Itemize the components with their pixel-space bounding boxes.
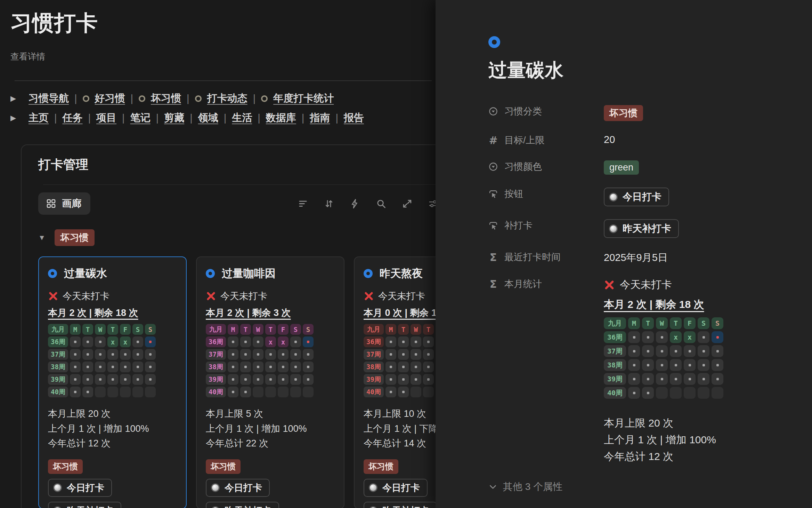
calendar-week-label: 39周	[364, 374, 384, 385]
nav-link-数据库[interactable]: 数据库	[266, 111, 296, 125]
calendar-day-header: W	[411, 324, 421, 335]
more-properties-toggle[interactable]: 其他 3 个属性	[488, 480, 791, 493]
tab-gallery[interactable]: 画廊	[38, 192, 90, 215]
checkin-button[interactable]: 昨天补打卡	[364, 502, 436, 508]
calendar-cell	[642, 373, 654, 385]
calendar-dot	[99, 353, 102, 356]
calendar-dot	[99, 378, 102, 381]
property-text-value[interactable]: 20	[604, 134, 615, 145]
toggle-down-icon[interactable]: ▼	[38, 233, 46, 242]
calendar-cell	[265, 349, 276, 360]
checkin-button[interactable]: 今日打卡	[604, 188, 669, 206]
calendar-day-header: T	[240, 324, 251, 335]
toggle-right-icon[interactable]: ▶	[10, 114, 23, 122]
property-row-3: 按钮今日打卡	[488, 185, 791, 206]
calendar-dot	[137, 378, 139, 381]
calendar-cell	[670, 387, 682, 399]
calendar-cell	[656, 373, 668, 385]
filter-icon[interactable]	[298, 198, 308, 209]
nav-link-报告[interactable]: 报告	[344, 111, 364, 125]
calendar-dot	[124, 353, 127, 356]
page-title: 习惯打卡	[10, 8, 436, 38]
calendar-cell	[303, 362, 314, 372]
property-tag[interactable]: 坏习惯	[604, 105, 643, 121]
property-value: 今天未打卡本月 2 次 | 剩余 18 次九月MTWTFSS36周xx37周38…	[604, 275, 723, 465]
button-property-icon	[488, 189, 498, 199]
calendar-cell	[70, 374, 81, 385]
checkin-button[interactable]: 昨天补打卡	[48, 502, 121, 508]
nav-link-领域[interactable]: 领域	[198, 111, 218, 125]
habit-card-2[interactable]: 昨天熬夜今天未打卡本月 0 次 | 剩余 10 次九月MTWTFSS36周37周…	[354, 256, 436, 508]
property-label[interactable]: 补打卡	[488, 217, 604, 232]
calendar-cell	[398, 362, 409, 372]
calendar-dot	[415, 341, 417, 343]
checkin-button[interactable]: 昨天补打卡	[604, 219, 679, 238]
nav-link-项目[interactable]: 项目	[96, 111, 116, 125]
calendar-dot	[689, 378, 691, 380]
calendar-dot	[307, 366, 309, 368]
nav-link-1[interactable]: 好习惯	[95, 92, 125, 105]
nav-link-3[interactable]: 打卡动态	[207, 92, 247, 105]
calendar-cell	[82, 374, 93, 385]
calendar-cell	[290, 349, 301, 360]
checkin-button[interactable]: 今日打卡	[364, 479, 428, 497]
stat-line: 本月上限 10 次	[364, 406, 436, 421]
property-tag[interactable]: green	[604, 160, 639, 175]
page-bullet-icon	[139, 95, 145, 102]
calendar-cell	[95, 336, 106, 347]
expand-icon[interactable]	[402, 198, 413, 209]
calendar-cell	[712, 373, 723, 385]
nav-link-0[interactable]: 习惯导航	[29, 92, 69, 105]
panel-title[interactable]: 过量碳水	[488, 58, 791, 83]
calendar-dot	[415, 353, 417, 356]
search-icon[interactable]	[376, 198, 387, 209]
nav-link-指南[interactable]: 指南	[310, 111, 330, 125]
zap-icon[interactable]	[350, 198, 360, 209]
nav-link-2[interactable]: 坏习惯	[151, 92, 181, 105]
habit-card-0[interactable]: 过量碳水今天未打卡本月 2 次 | 剩余 18 次九月MTWTFSS36周xx3…	[38, 256, 187, 508]
toggle-right-icon[interactable]: ▶	[10, 94, 23, 103]
panel-status-row: 今天未打卡	[604, 278, 723, 292]
nav-separator: |	[190, 112, 193, 124]
habit-tag: 坏习惯	[206, 459, 241, 474]
nav-link-主页[interactable]: 主页	[29, 111, 49, 125]
calendar-dot	[390, 341, 392, 343]
calendar-cell	[228, 387, 238, 397]
nav-link-笔记[interactable]: 笔记	[130, 111, 151, 125]
property-label[interactable]: Σ本月统计	[488, 275, 604, 290]
calendar-dot	[716, 378, 719, 380]
calendar-dot	[99, 366, 102, 368]
status-text: 今天未打卡	[220, 290, 267, 302]
property-label[interactable]: Σ最近打卡时间	[488, 248, 604, 263]
calendar-week-label: 38周	[206, 362, 226, 372]
calendar-cell	[290, 336, 301, 347]
calendar-cell	[145, 374, 156, 385]
calendar-week-label: 36周	[364, 336, 384, 347]
nav-link-4[interactable]: 年度打卡统计	[273, 92, 334, 105]
calendar-dot	[633, 378, 635, 380]
calendar-cell: x	[120, 336, 131, 347]
property-label[interactable]: 习惯颜色	[488, 158, 604, 173]
property-label[interactable]: 按钮	[488, 185, 604, 200]
property-label[interactable]: 习惯分类	[488, 103, 604, 118]
habit-ring-icon[interactable]	[488, 36, 500, 48]
checkin-button[interactable]: 昨天补打卡	[206, 502, 279, 508]
checkin-button[interactable]: 今日打卡	[48, 479, 112, 497]
sort-icon[interactable]	[324, 198, 334, 209]
nav-separator: |	[122, 112, 125, 124]
sliders-icon[interactable]	[428, 198, 436, 209]
calendar-cell	[253, 362, 263, 372]
calendar-cell	[82, 387, 93, 397]
checkin-button[interactable]: 今日打卡	[206, 479, 270, 497]
calendar-cell	[95, 374, 106, 385]
property-text-value[interactable]: 2025年9月5日	[604, 252, 668, 263]
nav-link-剪藏[interactable]: 剪藏	[164, 111, 184, 125]
calendar-day-header: S	[698, 317, 709, 329]
property-label[interactable]: #目标/上限	[488, 132, 604, 146]
nav-link-生活[interactable]: 生活	[232, 111, 252, 125]
status-text: 今天未打卡	[378, 290, 425, 302]
nav-link-任务[interactable]: 任务	[63, 111, 83, 125]
calendar-cell	[253, 349, 263, 360]
calendar-cell	[278, 387, 289, 397]
habit-card-1[interactable]: 过量咖啡因今天未打卡本月 2 次 | 剩余 3 次九月MTWTFSS36周xx3…	[196, 256, 344, 508]
